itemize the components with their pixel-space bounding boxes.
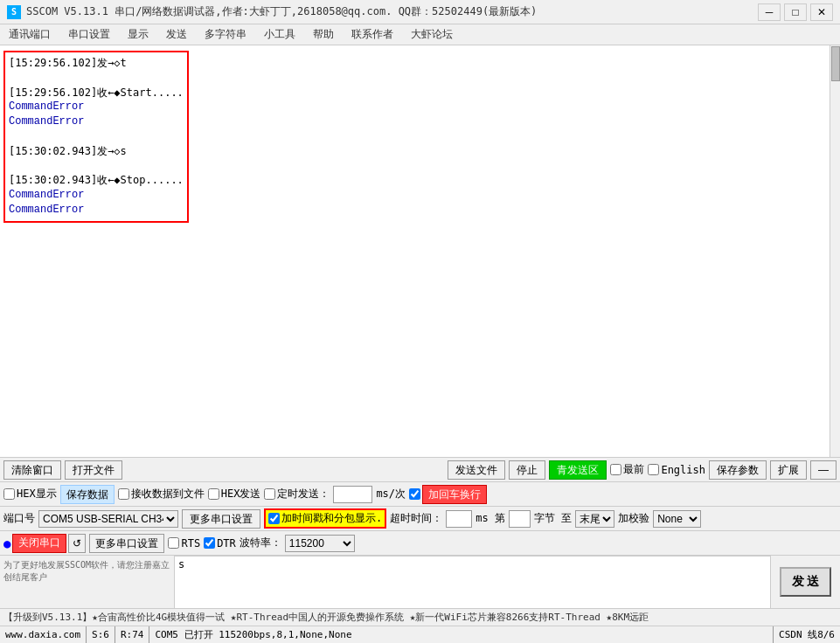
more-port-settings-button[interactable]: 更多串口设置 — [89, 534, 164, 553]
add-timestamp-checkbox[interactable] — [268, 513, 280, 524]
send-left: 为了更好地发展SSCOM软件，请您注册嘉立创结尾客户 — [0, 556, 175, 608]
status-r-value: R:74 — [115, 626, 150, 643]
minus-button[interactable]: — — [810, 460, 837, 480]
title-bar: S SSCOM V5.13.1 串口/网络数据调试器,作者:大虾丁丁,26180… — [0, 0, 840, 24]
toolbar-row3: 端口号 COM5 USB-SERIAL CH340 更多串口设置 加时间戳和分包… — [0, 507, 840, 531]
send-area-button[interactable]: 青发送区 — [549, 460, 607, 480]
add-cr-lf-label: 加回车换行 — [409, 485, 487, 504]
terminal-area[interactable]: [15:29:56.102]发→◇t [15:29:56.102]收←◆Star… — [0, 45, 840, 457]
rts-label: RTS — [168, 537, 200, 550]
terminal-line-2: [15:29:56.102]收←◆Start..... — [9, 86, 184, 100]
add-cr-lf-button[interactable]: 加回车换行 — [422, 485, 487, 504]
send-button-area: 发 送 — [770, 556, 840, 608]
app-title: SSCOM V5.13.1 串口/网络数据调试器,作者:大虾丁丁,2618058… — [26, 4, 537, 19]
terminal-line-8: CommandError — [9, 203, 184, 218]
toolbar-row1: 清除窗口 打开文件 发送文件 停止 青发送区 最前 English 保存参数 扩… — [0, 458, 840, 482]
timed-value-input[interactable]: 1000 — [333, 486, 372, 503]
timed-send-text: 定时发送： — [277, 487, 330, 501]
byte-end-select[interactable]: 末尾 — [575, 510, 614, 528]
status-bar: www.daxia.com S:6 R:74 COM5 已打开 115200bp… — [0, 626, 840, 643]
close-button[interactable]: ✕ — [810, 3, 833, 21]
menu-daxialuntan[interactable]: 大虾论坛 — [406, 25, 458, 44]
menu-tongxin[interactable]: 通讯端口 — [3, 25, 56, 44]
close-port-button[interactable]: 关闭串口 — [12, 534, 66, 553]
maximize-button[interactable]: □ — [784, 3, 807, 21]
vertical-scrollbar[interactable] — [830, 45, 840, 457]
open-file-button[interactable]: 打开文件 — [65, 460, 122, 480]
send-area: 为了更好地发展SSCOM软件，请您注册嘉立创结尾客户 s 发 送 — [0, 556, 840, 608]
terminal-line-blank2 — [9, 129, 184, 144]
send-button[interactable]: 发 送 — [780, 567, 832, 597]
status-csdn: CSDN 线8/6 — [774, 626, 840, 643]
checksum-label: 加校验 — [618, 511, 649, 526]
port-indicator-icon: ● — [3, 536, 10, 550]
recv-to-file-checkbox[interactable] — [118, 488, 129, 500]
save-params-button[interactable]: 保存参数 — [709, 460, 767, 480]
hex-send-text: HEX发送 — [221, 487, 261, 501]
more-port-button[interactable]: 更多串口设置 — [182, 509, 260, 529]
english-checkbox[interactable] — [648, 464, 659, 475]
add-cr-lf-checkbox[interactable] — [409, 488, 420, 500]
latest-checkbox[interactable] — [610, 464, 621, 475]
hex-display-text: HEX显示 — [17, 487, 57, 501]
menu-duozifuchuan[interactable]: 多字符串 — [199, 25, 252, 44]
minimize-button[interactable]: ─ — [758, 3, 781, 21]
menu-fasong[interactable]: 发送 — [161, 25, 192, 44]
port-select[interactable]: COM5 USB-SERIAL CH340 — [38, 510, 178, 528]
recv-to-file-label: 接收数据到文件 — [118, 487, 205, 501]
terminal-scroll[interactable]: [15:29:56.102]发→◇t [15:29:56.102]收←◆Star… — [0, 45, 830, 457]
recv-to-file-text: 接收数据到文件 — [131, 487, 205, 501]
terminal-line-7: CommandError — [9, 188, 184, 203]
dtr-checkbox[interactable] — [204, 537, 215, 549]
terminal-line-4: CommandError — [9, 114, 184, 129]
baud-label: 波特率： — [240, 536, 281, 550]
menu-xiaogongju[interactable]: 小工具 — [259, 25, 301, 44]
ticker-bar: 【升级到V5.13.1】★合宙高性价比4G模块值得一试 ★RT-Thread中国… — [0, 608, 840, 626]
terminal-line-blank3 — [9, 159, 184, 174]
terminal-line-1: [15:29:56.102]发→◇t — [9, 56, 184, 71]
timeout-label: 超时时间： — [390, 511, 442, 526]
title-controls: ─ □ ✕ — [758, 3, 833, 21]
refresh-button[interactable]: ↺ — [68, 534, 86, 553]
baud-select[interactable]: 115200 — [285, 535, 355, 552]
timed-send-checkbox[interactable] — [264, 488, 275, 500]
menu-bar: 通讯端口 串口设置 显示 发送 多字符串 小工具 帮助 联系作者 大虾论坛 — [0, 24, 840, 45]
terminal-line-3: CommandError — [9, 100, 184, 114]
byte-start-input[interactable]: 1 — [509, 510, 531, 528]
hex-display-checkbox[interactable] — [3, 488, 15, 500]
port-label: 端口号 — [3, 511, 35, 526]
toolbar-row4: ● 关闭串口 ↺ 更多串口设置 RTS DTR 波特率： 115200 — [0, 531, 840, 556]
menu-xianshi[interactable]: 显示 — [122, 25, 154, 44]
latest-checkbox-label: 最前 — [610, 462, 644, 477]
checksum-select[interactable]: None — [653, 510, 701, 528]
terminal-content: [15:29:56.102]发→◇t [15:29:56.102]收←◆Star… — [3, 49, 826, 225]
dtr-text: DTR — [217, 537, 236, 550]
stop-button[interactable]: 停止 — [509, 460, 545, 480]
main-area: [15:29:56.102]发→◇t [15:29:56.102]收←◆Star… — [0, 45, 840, 643]
timed-send-label: 定时发送： — [264, 487, 330, 501]
hex-display-label: HEX显示 — [3, 487, 57, 501]
status-port-status: COM5 已打开 115200bps,8,1,None,None — [149, 626, 774, 643]
menu-bangzhu[interactable]: 帮助 — [308, 25, 339, 44]
rts-text: RTS — [181, 537, 200, 550]
english-label: English — [661, 464, 705, 476]
ticker-text: 【升级到V5.13.1】★合宙高性价比4G模块值得一试 ★RT-Thread中国… — [3, 612, 649, 623]
add-timestamp-text: 加时间戳和分包显示. — [281, 511, 382, 526]
rts-checkbox[interactable] — [168, 537, 179, 549]
menu-chuankou[interactable]: 串口设置 — [63, 25, 115, 44]
save-data-button[interactable]: 保存数据 — [60, 485, 115, 504]
scroll-thumb[interactable] — [831, 46, 840, 81]
menu-lianxizuozhe[interactable]: 联系作者 — [346, 25, 399, 44]
send-file-button[interactable]: 发送文件 — [448, 460, 505, 480]
hex-send-label: HEX发送 — [208, 487, 261, 501]
bottom-area: 清除窗口 打开文件 发送文件 停止 青发送区 最前 English 保存参数 扩… — [0, 457, 840, 643]
timeout-value-input[interactable]: 20 — [446, 510, 472, 528]
terminal-line-6: [15:30:02.943]收←◆Stop...... — [9, 173, 184, 188]
app-icon: S — [7, 5, 21, 19]
clear-window-button[interactable]: 清除窗口 — [3, 460, 61, 480]
expand-button[interactable]: 扩展 — [770, 460, 807, 480]
send-input-field[interactable]: s — [175, 556, 770, 608]
hex-send-checkbox[interactable] — [208, 488, 219, 500]
terminal-line-5: [15:30:02.943]发→◇s — [9, 144, 184, 159]
promo-text: 为了更好地发展SSCOM软件，请您注册嘉立创结尾客户 — [3, 559, 170, 584]
